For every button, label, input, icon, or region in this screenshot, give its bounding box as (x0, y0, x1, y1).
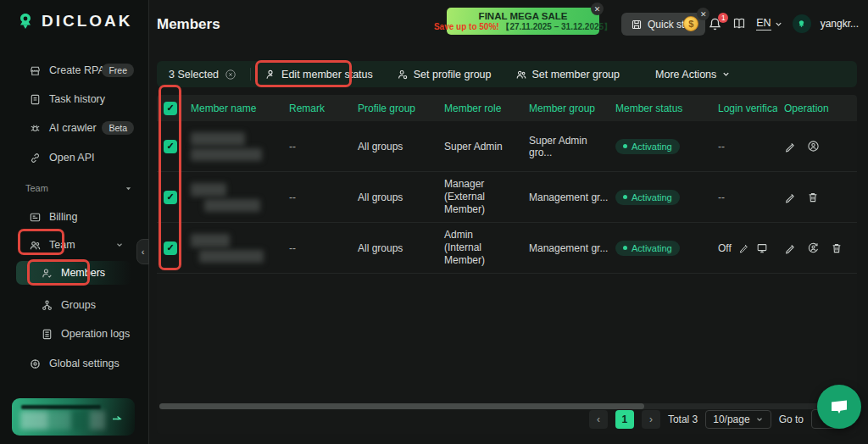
sidebar-item-task-history[interactable]: Task history (0, 88, 149, 110)
sidebar-item-operation-logs[interactable]: Operation logs (0, 323, 149, 345)
caret-down-icon (125, 185, 132, 192)
row-checkbox[interactable]: ✓ (164, 191, 177, 204)
row-checkbox[interactable]: ✓ (164, 140, 177, 153)
chevron-down-icon (774, 19, 783, 29)
banner-close-icon[interactable]: ✕ (591, 3, 604, 15)
pagination: ‹ 1 › Total 3 10/page Go to (589, 409, 847, 429)
member-group-cell: Super Admin gro... (522, 135, 609, 158)
sidebar-item-team[interactable]: Team (0, 234, 149, 256)
sale-banner[interactable]: FINAL MEGA SALE Save up to 50%! 【27.11.2… (447, 8, 599, 35)
promo-card[interactable] (12, 398, 135, 436)
members-icon (41, 267, 53, 280)
sidebar-item-label: Operation logs (61, 328, 130, 340)
sidebar-item-ai-crawler[interactable]: AI crawler Beta (0, 117, 149, 139)
select-all-checkbox[interactable]: ✓ (164, 102, 177, 115)
remark-cell: -- (282, 141, 351, 153)
selection-toolbar: 3 Selected Edit member status Set profil… (157, 61, 857, 87)
guide-book-icon (631, 19, 643, 31)
status-badge: Activating (615, 190, 680, 205)
sidebar-section-team[interactable]: Team (25, 183, 132, 193)
language-selector[interactable]: EN (756, 17, 782, 31)
promo-redacted-bar (21, 405, 101, 409)
page-title: Members (157, 16, 220, 33)
page-size-select[interactable]: 10/page (705, 410, 771, 429)
sidebar-item-label: AI crawler (49, 122, 97, 134)
person-gear-icon (397, 69, 409, 80)
promo-redacted-content (20, 411, 105, 430)
sidebar-item-billing[interactable]: Billing (0, 206, 149, 228)
sidebar: DICLOAK Create RPA Free Task history AI … (0, 0, 149, 444)
column-header: Member group (522, 103, 609, 114)
set-profile-group-button[interactable]: Set profile group (397, 69, 492, 80)
members-table: ✓ Member name Remark Profile group Membe… (157, 95, 857, 434)
row-checkbox[interactable]: ✓ (164, 241, 177, 255)
sidebar-item-global-settings[interactable]: Global settings (0, 352, 149, 375)
column-header: Remark (282, 103, 351, 114)
brand-logo[interactable]: DICLOAK (15, 11, 133, 31)
avatar[interactable] (793, 14, 811, 33)
remark-cell: -- (282, 191, 351, 203)
profile-person-icon[interactable] (807, 140, 820, 153)
delete-icon[interactable] (831, 242, 843, 254)
member-name-redacted (184, 234, 282, 263)
status-dot-icon (623, 246, 627, 250)
member-name-redacted (184, 132, 282, 161)
task-history-icon (29, 93, 42, 106)
chat-support-button[interactable] (817, 385, 861, 429)
status-dot-icon (623, 195, 627, 199)
current-page-button[interactable]: 1 (615, 410, 634, 429)
sidebar-item-create-rpa[interactable]: Create RPA Free (0, 59, 149, 81)
next-page-button[interactable]: › (642, 410, 660, 429)
team-icon (29, 239, 42, 252)
sidebar-item-members[interactable]: Members (0, 262, 149, 284)
beta-badge: Beta (102, 121, 134, 135)
edit-member-status-button[interactable]: Edit member status (264, 69, 373, 80)
sidebar-item-label: Team (49, 239, 75, 251)
clear-selection-icon[interactable] (225, 69, 236, 80)
brand-name: DICLOAK (42, 12, 133, 31)
sidebar-collapse-handle[interactable]: ‹ (136, 239, 149, 264)
groups-icon (41, 299, 53, 312)
table-row: ✓ -- All groups Manager (External Member… (157, 172, 857, 223)
delete-icon[interactable] (807, 191, 819, 203)
sidebar-item-label: Create RPA (49, 64, 105, 76)
divider (250, 68, 251, 80)
notification-badge: 1 (718, 13, 728, 23)
member-group-cell: Management gr... (522, 191, 609, 203)
selected-count: 3 Selected (169, 69, 219, 80)
sidebar-item-label: Groups (61, 299, 96, 311)
member-role-cell: Super Admin (437, 141, 522, 153)
set-member-group-button[interactable]: Set member group (515, 69, 620, 80)
people-icon (515, 69, 527, 80)
sidebar-item-open-api[interactable]: Open API (0, 147, 149, 169)
billing-icon (29, 211, 42, 224)
coin-icon[interactable]: $ (683, 16, 698, 31)
status-badge: Activating (615, 139, 680, 154)
username[interactable]: yangkr... (821, 18, 859, 30)
create-rpa-icon (29, 64, 42, 77)
docs-book-icon[interactable] (732, 17, 747, 31)
edit-icon[interactable] (784, 242, 796, 254)
notifications-button[interactable]: 1 (708, 17, 722, 31)
sidebar-item-groups[interactable]: Groups (0, 294, 149, 316)
free-badge: Free (102, 64, 134, 77)
member-name-redacted (184, 183, 282, 212)
edit-icon[interactable] (784, 191, 796, 203)
horizontal-scrollbar-thumb[interactable] (159, 403, 644, 409)
column-header: Operation (777, 103, 857, 114)
edit-icon[interactable] (738, 242, 749, 253)
sidebar-item-label: Members (61, 267, 105, 279)
operation-cell (777, 191, 857, 203)
horizontal-scrollbar-track[interactable] (159, 403, 854, 409)
more-actions-button[interactable]: More Actions (655, 69, 731, 80)
monitor-icon[interactable] (756, 242, 768, 254)
prev-page-button[interactable]: ‹ (589, 410, 608, 429)
transfer-icon[interactable] (807, 241, 820, 254)
sidebar-item-label: Billing (49, 211, 77, 223)
sidebar-item-label: Global settings (49, 358, 120, 369)
language-code: EN (756, 17, 771, 31)
profile-group-cell: All groups (351, 242, 437, 254)
edit-icon[interactable] (784, 141, 796, 153)
arrow-right-icon (111, 412, 123, 422)
open-api-icon (29, 152, 42, 164)
